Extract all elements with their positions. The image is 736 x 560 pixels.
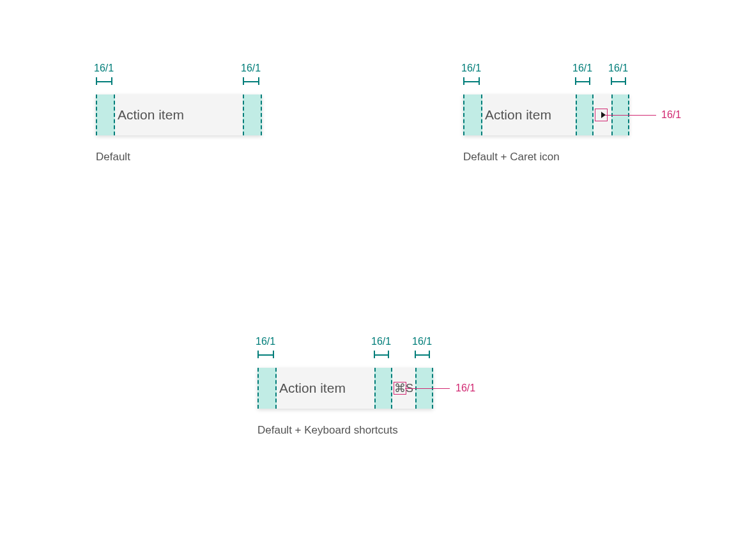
spacing-bracket	[462, 77, 481, 86]
padding-left-spec: 16/1	[96, 95, 115, 135]
padding-left-spec: 16/1	[463, 95, 482, 135]
action-item-label: Action item	[115, 107, 184, 123]
padding-right-spec: 16/1	[243, 95, 262, 135]
callout-label: 16/1	[456, 382, 475, 394]
action-item-label: Action item	[277, 381, 346, 396]
callout-line	[605, 115, 656, 116]
caption-default: Default	[96, 151, 262, 163]
spacing-bracket	[610, 77, 627, 86]
example-default: 16/1 Action item 16/1 Default	[96, 95, 262, 163]
menu-item: 16/1 Action item 16/1 16/1	[463, 95, 629, 135]
spacing-bracket	[95, 77, 114, 86]
spacing-token-label: 16/1	[241, 63, 261, 74]
padding-left-spec: 16/1	[257, 368, 277, 409]
spacing-bracket	[241, 77, 261, 86]
spacing-bracket	[574, 77, 592, 86]
spacing-token-label: 16/1	[608, 63, 628, 74]
shortcut-gap-spec: 16/1	[374, 368, 392, 409]
caption-shortcuts: Default + Keyboard shortcuts	[257, 424, 433, 437]
spacing-token-label: 16/1	[461, 63, 481, 74]
caption-caret: Default + Caret icon	[463, 151, 629, 163]
spacing-token-label: 16/1	[412, 336, 432, 347]
spacing-bracket	[413, 350, 431, 359]
spacing-token-label: 16/1	[371, 336, 391, 347]
menu-item: 16/1 Action item 16/1	[96, 95, 262, 135]
spacing-token-label: 16/1	[256, 336, 275, 347]
callout-label: 16/1	[661, 109, 681, 121]
spacing-token-label: 16/1	[94, 63, 114, 74]
spacing-bracket	[256, 350, 275, 359]
example-caret: 16/1 Action item 16/1 16/1 16/1 Default …	[463, 95, 629, 163]
icon-gap-spec: 16/1	[576, 95, 594, 135]
example-shortcuts: 16/1 Action item 16/1 ⌘S 16/1 16/1 Defau…	[257, 368, 433, 437]
callout-line	[405, 388, 450, 389]
spacing-token-label: 16/1	[572, 63, 592, 74]
spacing-bracket	[372, 350, 390, 359]
action-item-label: Action item	[482, 107, 551, 123]
